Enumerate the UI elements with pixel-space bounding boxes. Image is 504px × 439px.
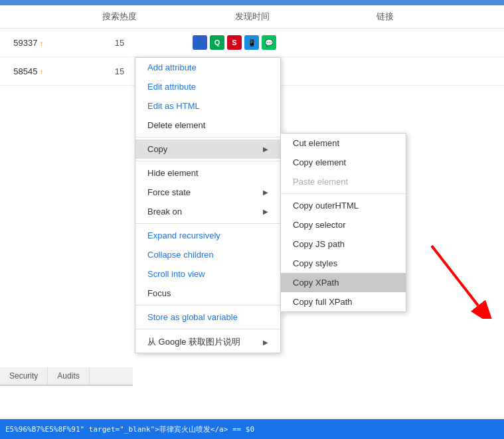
menu-add-attribute[interactable]: Add attribute bbox=[135, 58, 280, 77]
submenu-arrow-icon: ▶ bbox=[263, 189, 268, 196]
menu-google-image[interactable]: 从 Google 获取图片说明 ▶ bbox=[135, 331, 280, 353]
menu-separator bbox=[135, 161, 280, 161]
baidu-icon[interactable]: 🐾 bbox=[193, 35, 207, 50]
red-arrow bbox=[418, 239, 498, 321]
menu-collapse-children[interactable]: Collapse children bbox=[135, 245, 280, 264]
header-found: 发现时间 bbox=[186, 11, 319, 23]
menu-edit-as-html[interactable]: Edit as HTML bbox=[135, 96, 280, 116]
menu-delete-element[interactable]: Delete element bbox=[135, 116, 280, 135]
trend-icon: ↑ bbox=[40, 68, 43, 76]
menu-force-state[interactable]: Force state ▶ bbox=[135, 183, 280, 202]
submenu-arrow-icon: ▶ bbox=[263, 145, 268, 153]
menu-copy-styles[interactable]: Copy styles bbox=[281, 254, 406, 273]
menu-hide-element[interactable]: Hide element bbox=[135, 163, 280, 183]
menu-copy-xpath[interactable]: Copy XPath bbox=[281, 273, 406, 292]
top-bar bbox=[0, 0, 504, 5]
status-bar: E5%96%B7%E5%8F%91" target="_blank">菲律宾火山… bbox=[0, 419, 504, 439]
menu-separator bbox=[281, 193, 406, 194]
menu-separator bbox=[135, 305, 280, 306]
table-row: 59337 ↑ 15 🐾 Q S 📱 💬 bbox=[0, 29, 504, 57]
primary-context-menu: Add attribute Edit attribute Edit as HTM… bbox=[135, 57, 281, 353]
header-search: 搜索热度 bbox=[53, 11, 186, 23]
row-count: 58545 ↑ bbox=[0, 66, 53, 76]
menu-scroll-into-view[interactable]: Scroll into view bbox=[135, 264, 280, 284]
table-header: 搜索热度 发现时间 链接 bbox=[0, 5, 504, 29]
menu-edit-attribute[interactable]: Edit attribute bbox=[135, 77, 280, 96]
menu-store-as-global[interactable]: Store as global variable bbox=[135, 307, 280, 327]
row-date: 15 bbox=[53, 38, 186, 48]
menu-copy-outerhtml[interactable]: Copy outerHTML bbox=[281, 196, 406, 215]
menu-cut-element[interactable]: Cut element bbox=[281, 133, 406, 153]
submenu-arrow-icon: ▶ bbox=[263, 339, 268, 346]
qihoo-icon[interactable]: Q bbox=[210, 35, 224, 50]
menu-separator bbox=[135, 137, 280, 137]
menu-expand-recursively[interactable]: Expand recursively bbox=[135, 226, 280, 245]
trend-icon: ↑ bbox=[40, 40, 43, 47]
menu-separator bbox=[135, 329, 280, 329]
menu-copy-selector[interactable]: Copy selector bbox=[281, 215, 406, 234]
svg-line-1 bbox=[432, 246, 478, 306]
wx-icon[interactable]: 💬 bbox=[262, 35, 276, 50]
menu-copy-full-xpath[interactable]: Copy full XPath bbox=[281, 292, 406, 311]
tab-security[interactable]: Security bbox=[0, 367, 48, 385]
menu-paste-element: Paste element bbox=[281, 172, 406, 191]
row-icons: 🐾 Q S 📱 💬 bbox=[193, 35, 276, 50]
menu-copy[interactable]: Copy ▶ bbox=[135, 139, 280, 159]
status-text: E5%96%B7%E5%8F%91" target="_blank">菲律宾火山… bbox=[5, 424, 254, 434]
tab-audits[interactable]: Audits bbox=[48, 367, 89, 385]
menu-copy-element[interactable]: Copy element bbox=[281, 153, 406, 172]
header-link: 链接 bbox=[319, 11, 452, 23]
menu-separator bbox=[135, 223, 280, 224]
submenu-arrow-icon: ▶ bbox=[263, 208, 268, 215]
row-count: 59337 ↑ bbox=[0, 38, 53, 48]
copy-submenu: Cut element Copy element Paste element C… bbox=[280, 133, 406, 312]
menu-focus[interactable]: Focus bbox=[135, 284, 280, 303]
menu-break-on[interactable]: Break on ▶ bbox=[135, 202, 280, 221]
phone-icon[interactable]: 📱 bbox=[244, 35, 259, 50]
menu-copy-js-path[interactable]: Copy JS path bbox=[281, 234, 406, 254]
sogou-icon[interactable]: S bbox=[227, 35, 242, 50]
tabs-bar: Security Audits bbox=[0, 367, 133, 386]
